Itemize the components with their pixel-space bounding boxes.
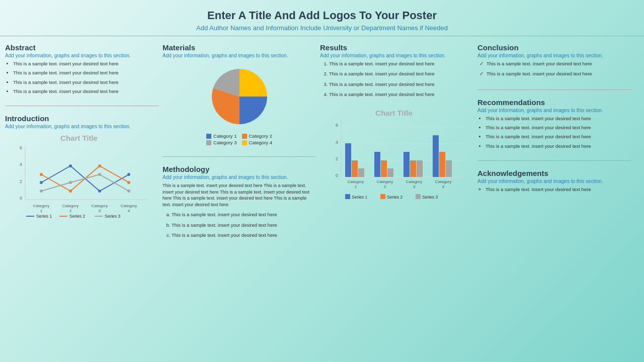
abstract-list: This is a sample text. insert your desir… bbox=[5, 61, 158, 95]
cat3-color bbox=[206, 140, 211, 145]
results-item-2: This is a sample text. insert your desir… bbox=[329, 71, 473, 77]
cat4-label: Category 4 bbox=[249, 140, 272, 145]
results-item-1: This is a sample text. insert your desir… bbox=[329, 61, 473, 67]
divider-3 bbox=[477, 89, 631, 90]
svg-text:Category: Category bbox=[33, 204, 49, 208]
abstract-item-3: This is a sample text. insert your desir… bbox=[13, 79, 158, 85]
svg-text:Category: Category bbox=[406, 179, 422, 184]
results-item-3: This is a sample text. insert your desir… bbox=[329, 81, 473, 87]
svg-rect-54 bbox=[404, 152, 410, 177]
svg-text:Series 1: Series 1 bbox=[36, 214, 52, 219]
results-section: Results Add your information, graphs and… bbox=[320, 41, 473, 104]
svg-text:3: 3 bbox=[99, 209, 101, 213]
svg-text:0: 0 bbox=[20, 196, 22, 201]
recommendations-item-3: This is a sample text. insert your desir… bbox=[486, 134, 631, 140]
abstract-section: Abstract Add your information, graphs an… bbox=[5, 41, 158, 100]
cat1-color bbox=[206, 134, 211, 139]
divider-2 bbox=[163, 156, 316, 157]
methodology-item-2: This is a sample text. insert your desir… bbox=[172, 222, 316, 228]
materials-section: Materials Add your information, graphs a… bbox=[163, 41, 316, 150]
conclusion-subtitle: Add your information, graphs and images … bbox=[477, 53, 631, 58]
recommendations-section: Recommendations Add your information, gr… bbox=[477, 96, 631, 154]
column-4: Conclusion Add your information, graphs … bbox=[477, 41, 631, 353]
svg-text:Series 3: Series 3 bbox=[105, 214, 120, 219]
pie-chart-svg bbox=[204, 64, 275, 129]
svg-text:1: 1 bbox=[40, 209, 43, 213]
methodology-item-3: This is a sample text. insert your desir… bbox=[172, 232, 316, 238]
svg-rect-56 bbox=[417, 160, 423, 177]
acknowledgements-list: This is a sample text. insert your desir… bbox=[477, 187, 631, 193]
svg-text:Category: Category bbox=[377, 179, 393, 184]
svg-text:Category: Category bbox=[92, 204, 108, 208]
svg-rect-72 bbox=[416, 194, 421, 199]
svg-text:Category: Category bbox=[348, 179, 364, 184]
recommendations-item-1: This is a sample text. insert your desir… bbox=[486, 116, 631, 122]
svg-text:3: 3 bbox=[413, 185, 416, 189]
svg-point-23 bbox=[40, 173, 43, 176]
recommendations-list: This is a sample text. insert your desir… bbox=[477, 116, 631, 149]
svg-text:0: 0 bbox=[336, 173, 338, 178]
svg-text:1: 1 bbox=[355, 185, 357, 189]
svg-text:Chart Title: Chart Title bbox=[375, 109, 413, 117]
divider-1 bbox=[5, 106, 158, 106]
results-subtitle: Add your information, graphs and images … bbox=[320, 53, 473, 58]
cat2-color bbox=[242, 134, 247, 139]
abstract-title: Abstract bbox=[5, 43, 158, 52]
svg-rect-49 bbox=[352, 160, 358, 177]
svg-rect-48 bbox=[345, 143, 351, 177]
conclusion-title: Conclusion bbox=[477, 43, 631, 52]
svg-rect-51 bbox=[374, 152, 380, 177]
svg-rect-57 bbox=[433, 135, 439, 177]
column-1: Abstract Add your information, graphs an… bbox=[5, 41, 158, 353]
svg-rect-50 bbox=[358, 168, 364, 177]
cat4-color bbox=[242, 140, 247, 145]
conclusion-section: Conclusion Add your information, graphs … bbox=[477, 41, 631, 83]
svg-point-24 bbox=[69, 190, 72, 193]
svg-point-28 bbox=[69, 181, 72, 184]
line-chart-svg: Chart Title 0 2 4 6 Category 1 bbox=[5, 132, 153, 220]
svg-text:4: 4 bbox=[442, 185, 445, 189]
cat3-label: Category 3 bbox=[213, 140, 236, 145]
poster-title: Enter A Title And Add Logos To Your Post… bbox=[10, 9, 634, 22]
svg-text:Category: Category bbox=[435, 179, 451, 184]
introduction-subtitle: Add your information, graphs and images … bbox=[5, 124, 158, 129]
bar-chart: Chart Title 0 2 4 6 bbox=[320, 107, 473, 197]
conclusion-item-2: This is a sample text. insert your desir… bbox=[479, 71, 631, 77]
svg-text:4: 4 bbox=[20, 162, 22, 167]
abstract-item-2: This is a sample text. insert your desir… bbox=[13, 70, 158, 76]
svg-point-27 bbox=[40, 190, 43, 193]
svg-point-19 bbox=[40, 181, 43, 184]
header: Enter A Title And Add Logos To Your Post… bbox=[0, 0, 644, 36]
pie-legend-cat4: Category 4 bbox=[242, 140, 272, 145]
pie-chart-container: Category 1 Category 2 Category 3 Categor… bbox=[163, 61, 316, 148]
acknowledgements-section: Acknowledgements Add your information, g… bbox=[477, 167, 631, 195]
svg-point-22 bbox=[127, 173, 130, 176]
svg-text:2: 2 bbox=[20, 179, 22, 184]
svg-text:Series 2: Series 2 bbox=[69, 214, 85, 219]
methodology-title: Methodology bbox=[163, 165, 316, 173]
abstract-item-1: This is a sample text. insert your desir… bbox=[13, 61, 158, 67]
methodology-list: This is a sample text. insert your desir… bbox=[163, 212, 316, 238]
results-list: This is a sample text. insert your desir… bbox=[320, 61, 473, 98]
svg-rect-68 bbox=[345, 194, 350, 199]
svg-text:Category: Category bbox=[121, 204, 137, 208]
svg-rect-53 bbox=[387, 168, 393, 177]
conclusion-list: This is a sample text. insert your desir… bbox=[477, 61, 631, 77]
conclusion-item-1: This is a sample text. insert your desir… bbox=[479, 61, 631, 67]
methodology-body: This is a sample text. insert your desir… bbox=[163, 183, 316, 208]
methodology-subtitle: Add your information, graphs and images … bbox=[163, 174, 316, 180]
svg-point-30 bbox=[127, 190, 130, 193]
cat2-label: Category 2 bbox=[249, 133, 272, 139]
recommendations-item-2: This is a sample text. insert your desir… bbox=[486, 125, 631, 131]
divider-4 bbox=[477, 160, 631, 161]
pie-legend-cat1: Category 1 bbox=[206, 133, 236, 139]
acknowledgements-subtitle: Add your information, graphs and images … bbox=[477, 178, 631, 184]
svg-rect-55 bbox=[410, 160, 416, 177]
methodology-section: Methodology Add your information, graphs… bbox=[163, 163, 316, 244]
svg-rect-58 bbox=[439, 152, 445, 177]
svg-text:4: 4 bbox=[128, 209, 130, 213]
bar-chart-svg: Chart Title 0 2 4 6 bbox=[320, 107, 468, 212]
svg-text:2: 2 bbox=[69, 209, 72, 213]
svg-text:Chart Title: Chart Title bbox=[60, 134, 98, 142]
introduction-section: Introduction Add your information, graph… bbox=[5, 112, 158, 219]
